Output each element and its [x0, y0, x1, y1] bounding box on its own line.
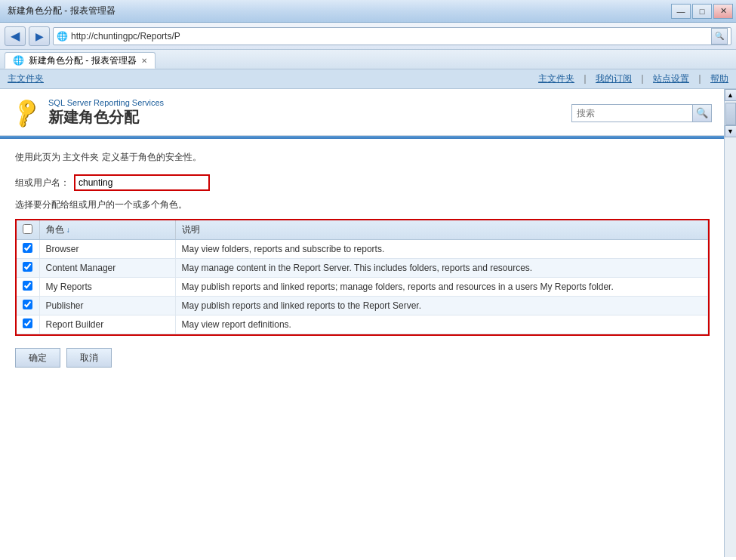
role-description-cell: May manage content in the Report Server.…	[175, 259, 708, 278]
maximize-button[interactable]: □	[692, 4, 712, 19]
col-description-header: 说明	[175, 220, 708, 240]
ok-button[interactable]: 确定	[15, 348, 60, 368]
topnav-home-link[interactable]: 主文件夹	[8, 72, 44, 85]
row-checkbox-cell[interactable]	[17, 259, 39, 278]
topnav-mysubscriptions-link[interactable]: 我的订阅	[596, 72, 632, 85]
close-button[interactable]: ✕	[713, 4, 733, 19]
key-icon: 🔑	[8, 95, 44, 130]
tab-bar: 🌐 新建角色分配 - 报表管理器 ✕	[0, 50, 736, 69]
role-description-cell: May publish reports and linked reports; …	[175, 278, 708, 297]
app-topnav: 主文件夹 主文件夹 ｜ 我的订阅 ｜ 站点设置 ｜ 帮助	[0, 69, 736, 89]
field-row: 组或用户名：	[15, 174, 709, 191]
page-title: 新建角色分配	[48, 107, 164, 128]
minimize-button[interactable]: —	[671, 4, 691, 19]
role-name-cell: My Reports	[39, 278, 175, 297]
topnav-help-link[interactable]: 帮助	[710, 72, 728, 85]
role-name-cell: Content Manager	[39, 259, 175, 278]
address-favicon: 🌐	[57, 31, 68, 42]
roles-table-wrap: 角色 ↓ 说明 BrowserMay view folders, reports…	[15, 219, 710, 336]
col-role-header[interactable]: 角色 ↓	[39, 220, 175, 240]
roles-tbody: BrowserMay view folders, reports and sub…	[17, 240, 708, 334]
scrollbar-track: ▲ ▼	[724, 89, 736, 557]
select-all-checkbox[interactable]	[23, 224, 32, 234]
role-description-cell: May view folders, reports and subscribe …	[175, 240, 708, 259]
row-checkbox-cell[interactable]	[17, 315, 39, 334]
scroll-down-button[interactable]: ▼	[725, 125, 737, 137]
table-row: Content ManagerMay manage content in the…	[17, 259, 708, 278]
window-controls: — □ ✕	[671, 4, 733, 19]
search-wrap: 🔍	[571, 104, 712, 122]
table-row: My ReportsMay publish reports and linked…	[17, 278, 708, 297]
tab-favicon: 🌐	[13, 55, 24, 66]
tab-label: 新建角色分配 - 报表管理器	[29, 54, 137, 67]
window-title: 新建角色分配 - 报表管理器	[3, 5, 671, 17]
role-name-cell: Report Builder	[39, 315, 175, 334]
role-checkbox-0[interactable]	[23, 243, 32, 253]
forward-button[interactable]: ▶	[29, 26, 50, 46]
cancel-button[interactable]: 取消	[66, 348, 112, 368]
header-left: 🔑 SQL Server Reporting Services 新建角色分配	[12, 98, 164, 128]
page-wrap: 🔑 SQL Server Reporting Services 新建角色分配 🔍…	[0, 89, 736, 557]
search-input[interactable]	[571, 104, 692, 122]
table-header-row: 角色 ↓ 说明	[17, 220, 708, 240]
field-label: 组或用户名：	[15, 177, 69, 189]
scroll-thumb[interactable]	[725, 103, 736, 125]
page-scroll: 🔑 SQL Server Reporting Services 新建角色分配 🔍…	[0, 89, 724, 557]
role-checkbox-1[interactable]	[23, 262, 32, 272]
table-row: BrowserMay view folders, reports and sub…	[17, 240, 708, 259]
header-text: SQL Server Reporting Services 新建角色分配	[48, 98, 164, 128]
main-content: 使用此页为 主文件夹 定义基于角色的安全性。 组或用户名： 选择要分配给组或用户…	[0, 139, 724, 380]
ssrs-icon: 🔑	[12, 100, 39, 127]
search-button[interactable]: 🔍	[692, 104, 712, 122]
role-name-cell: Browser	[39, 240, 175, 259]
row-checkbox-cell[interactable]	[17, 297, 39, 315]
table-row: PublisherMay publish reports and linked …	[17, 297, 708, 315]
tab-close-button[interactable]: ✕	[141, 57, 147, 65]
active-tab[interactable]: 🌐 新建角色分配 - 报表管理器 ✕	[5, 52, 156, 69]
topnav-home-link2[interactable]: 主文件夹	[538, 72, 574, 85]
select-roles-text: 选择要分配给组或用户的一个或多个角色。	[15, 198, 709, 211]
sort-arrow-icon: ↓	[66, 226, 70, 234]
window-titlebar: 新建角色分配 - 报表管理器 — □ ✕	[0, 0, 736, 23]
page-header: 🔑 SQL Server Reporting Services 新建角色分配 🔍	[0, 89, 724, 136]
row-checkbox-cell[interactable]	[17, 278, 39, 297]
role-description-cell: May publish reports and linked reports t…	[175, 297, 708, 315]
col-role-label: 角色	[46, 224, 64, 235]
topnav-sitesettings-link[interactable]: 站点设置	[653, 72, 689, 85]
scroll-up-button[interactable]: ▲	[725, 89, 737, 101]
app-name: SQL Server Reporting Services	[48, 98, 164, 107]
address-bar: 🌐 🔍	[53, 27, 731, 45]
user-name-input[interactable]	[74, 174, 210, 191]
row-checkbox-cell[interactable]	[17, 240, 39, 259]
col-checkbox-header	[17, 220, 39, 240]
role-checkbox-2[interactable]	[23, 281, 32, 291]
role-checkbox-3[interactable]	[23, 300, 32, 309]
role-checkbox-4[interactable]	[23, 318, 32, 328]
table-row: Report BuilderMay view report definition…	[17, 315, 708, 334]
topnav-right-links: 主文件夹 ｜ 我的订阅 ｜ 站点设置 ｜ 帮助	[538, 72, 728, 85]
address-input[interactable]	[71, 31, 708, 42]
roles-table: 角色 ↓ 说明 BrowserMay view folders, reports…	[17, 220, 708, 334]
description-text: 使用此页为 主文件夹 定义基于角色的安全性。	[15, 151, 709, 164]
role-description-cell: May view report definitions.	[175, 315, 708, 334]
browser-toolbar: ◀ ▶ 🌐 🔍	[0, 23, 736, 50]
action-buttons: 确定 取消	[15, 348, 709, 368]
back-button[interactable]: ◀	[5, 26, 26, 46]
role-name-cell: Publisher	[39, 297, 175, 315]
address-go-button[interactable]: 🔍	[711, 28, 728, 45]
